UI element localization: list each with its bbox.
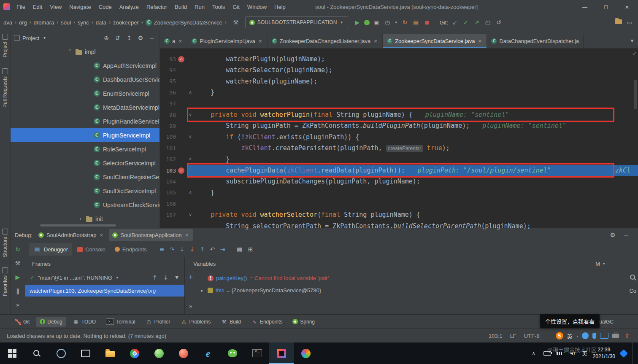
collapse-all-icon[interactable]: ↥ — [125, 34, 133, 42]
fold-down-icon[interactable]: ˅ — [186, 112, 195, 118]
debug-view-tab-console[interactable]: Console — [73, 243, 110, 256]
run-to-cursor-icon[interactable]: ⇥ — [219, 245, 227, 253]
chev-down-icon[interactable]: ˅ — [68, 48, 73, 56]
close-icon[interactable]: × — [258, 37, 263, 46]
drop-frame-icon[interactable]: ↶ — [208, 245, 217, 253]
close-icon[interactable]: × — [373, 37, 378, 46]
up-icon[interactable]: ↑ — [151, 273, 159, 282]
push-icon[interactable]: ↗ — [473, 18, 481, 27]
code-line[interactable]: 93✓ watcherPlugin(pluginName); — [160, 54, 638, 65]
code-line[interactable]: String selectorParentPath = ZkPathConsta… — [160, 221, 638, 232]
memory-view-toggle[interactable]: M ▾ — [595, 259, 606, 268]
editor-tab[interactable]: CPluginServiceImpl.java× — [187, 34, 268, 48]
code-text[interactable]: zkClient.createPersistent(pluginPath, cr… — [195, 143, 638, 154]
hide-icon[interactable]: − — [622, 231, 630, 239]
close-icon[interactable]: × — [99, 231, 104, 239]
code-line[interactable]: 94 watcherSelector(pluginName); — [160, 65, 638, 75]
menu-run[interactable]: Run — [191, 4, 208, 10]
toolwindow-profiler[interactable]: ◷Profiler — [142, 317, 174, 327]
tree-class-upstreamcheckservice[interactable]: CUpstreamCheckService — [11, 198, 160, 212]
toolwindow-git[interactable]: Git — [12, 317, 33, 327]
code-line[interactable]: 95 watcherRule(pluginName); — [160, 76, 638, 87]
stripe-pull-requests[interactable]: Pull Requests — [2, 68, 8, 108]
code-line[interactable]: 104 subscribePluginDataChanges(pluginPat… — [160, 176, 638, 187]
show-exec-icon[interactable]: ≡ — [158, 245, 166, 253]
taskbar-explorer[interactable] — [98, 342, 122, 364]
code-text[interactable]: if (!zkClient.exists(pluginPath)) { — [195, 132, 638, 143]
tree-class-selectorserviceimpl[interactable]: CSelectorServiceImpl — [11, 156, 160, 170]
folder-icon[interactable] — [615, 19, 622, 24]
tree-class-souldictserviceimpl[interactable]: CSoulDictServiceImpl — [11, 184, 160, 198]
chevron-down-icon[interactable]: ▾ — [42, 34, 47, 42]
code-line[interactable]: 98˅ private void watcherPlugin(final Str… — [160, 109, 638, 120]
tree-class-metadataserviceimpl[interactable]: CMetaDataServiceImpl — [11, 100, 160, 114]
show-desktop-button[interactable] — [632, 342, 635, 364]
code-text[interactable]: String selectorParentPath = ZkPathConsta… — [195, 221, 638, 232]
fold-down-icon[interactable]: ˅ — [186, 212, 195, 218]
horizontal-scrollbar[interactable] — [40, 224, 116, 226]
stack-frame-row[interactable]: watcherPlugin:103, ZookeeperSyncDataServ… — [25, 285, 184, 297]
fold-up-icon[interactable]: ˄ — [186, 190, 195, 195]
tray-expand-icon[interactable]: ∧ — [530, 349, 538, 358]
stripe-structure[interactable]: Structure — [2, 229, 8, 257]
toolwindow-spring[interactable]: Spring — [289, 317, 318, 327]
editor-tab[interactable]: CZookeeperSyncDataService.java× — [383, 34, 487, 48]
chevron-down-icon[interactable]: ▾ — [115, 273, 120, 282]
code-text[interactable]: cachePluginData(zkClient.readData(plugin… — [195, 165, 638, 176]
code-text[interactable]: } — [195, 87, 638, 98]
taskbar-cmd[interactable] — [245, 342, 269, 364]
debug-session-tab[interactable]: SoulAdminBootstrap× — [35, 229, 108, 241]
rollback-icon[interactable]: ↺ — [495, 18, 503, 27]
file-encoding[interactable]: UTF-8 — [524, 333, 540, 339]
fold-up-icon[interactable]: ˄ — [186, 90, 195, 95]
editor-tab[interactable]: CZookeeperDataChangedListener.java× — [268, 34, 383, 48]
taskbar-cortana[interactable] — [49, 342, 73, 364]
tree-class-appauthserviceimpl[interactable]: CAppAuthServiceImpl — [11, 59, 160, 73]
run-config-selector[interactable]: SOULBOOTSTRAPAPPLICATION▾ — [245, 16, 348, 28]
run-icon[interactable]: ▶ — [353, 18, 362, 27]
code-line[interactable]: 106 — [160, 198, 638, 209]
rerun-icon[interactable]: ↻ — [14, 245, 22, 253]
menu-tools[interactable]: Tools — [208, 4, 229, 10]
more-icon[interactable]: » — [14, 301, 22, 309]
commit-icon[interactable]: ✓ — [462, 18, 470, 27]
taskbar-wechat[interactable] — [220, 342, 245, 364]
tree-class-ruleserviceimpl[interactable]: CRuleServiceImpl — [11, 142, 160, 156]
tree-class-soulclientregisterserv[interactable]: CSoulClientRegisterServ — [11, 170, 160, 184]
debug-session-tab[interactable]: SoulBootstrapApplication× — [109, 229, 192, 241]
code-line[interactable]: 100˅ if (!zkClient.exists(pluginPath)) { — [160, 132, 638, 143]
breadcrumb-item[interactable]: sync — [77, 19, 90, 27]
code-text[interactable]: watcherSelector(pluginName); — [195, 65, 638, 75]
ime-language-label[interactable]: 英 — [567, 332, 573, 340]
layout-icon[interactable]: ⊞ — [246, 245, 255, 253]
breakpoint-icon[interactable]: ✓ — [176, 57, 186, 61]
update-icon[interactable]: ↙ — [451, 18, 459, 27]
pause-icon[interactable]: ∥ — [14, 287, 22, 295]
code-text[interactable]: watcherPlugin(pluginName); — [195, 54, 638, 65]
menu-code[interactable]: Code — [95, 4, 116, 10]
stripe-favorites[interactable]: Favorites — [2, 267, 8, 296]
add-icon[interactable]: + — [187, 272, 195, 281]
evaluate-icon[interactable]: ▦ — [235, 245, 244, 253]
ime-tooltip[interactable]: 个性设置，点我看看 — [540, 314, 600, 328]
inspection-status-icon[interactable]: ✓ — [633, 51, 637, 57]
search-icon[interactable] — [630, 274, 636, 281]
gear-icon[interactable]: ⚙ — [608, 231, 617, 239]
breadcrumb-item[interactable]: soul — [60, 19, 72, 27]
tree-folder-init[interactable]: ›init — [11, 212, 160, 226]
fold-up-icon[interactable]: ˄ — [186, 156, 195, 162]
toolwindow-endpoints[interactable]: ∿Endpoints — [248, 317, 286, 327]
hide-icon[interactable]: − — [148, 34, 156, 42]
volume-icon[interactable]: ◄ — [568, 349, 577, 358]
keyboard-icon[interactable] — [600, 333, 608, 339]
build-hammer-icon[interactable]: ⚒ — [14, 259, 22, 267]
down-icon[interactable]: ↓ — [162, 273, 170, 282]
step-over-icon[interactable]: ↷ — [168, 245, 176, 253]
breadcrumb-item[interactable]: ava — [3, 19, 13, 27]
code-line[interactable]: 101 zkClient.createPersistent(pluginPath… — [160, 143, 638, 154]
profiler-icon[interactable]: ◷ — [383, 18, 392, 27]
step-out-icon[interactable]: ↑ — [198, 245, 207, 253]
coverage-icon[interactable]: ▣ — [372, 18, 381, 27]
toolwindow-terminal[interactable]: Terminal — [103, 317, 138, 327]
taskbar-clock[interactable]: 22:39 2021/1/30 — [593, 347, 615, 360]
